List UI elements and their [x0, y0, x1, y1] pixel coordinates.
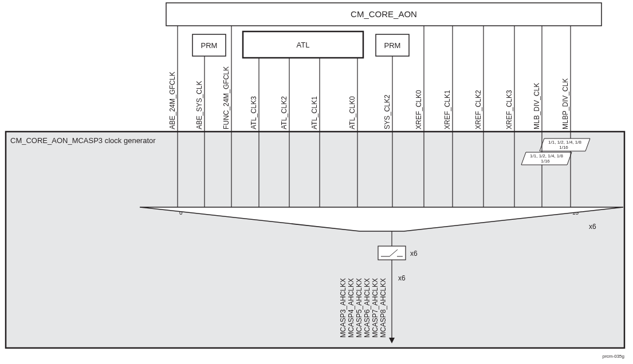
input-label: ATL_CLK3 [250, 96, 258, 129]
footer-id: prcm-035g [603, 354, 624, 359]
output-x6: x6 [398, 274, 406, 282]
input-label: MLB_DIV_CLK [533, 83, 541, 129]
divider-bottom-l1: 1/1, 1/2, 1/4, 1/8 [530, 153, 563, 159]
divider-bottom-l2: 1/16 [541, 159, 550, 164]
prm-left-label: PRM [201, 41, 218, 50]
output-label: MCASP8_AHCLKX [379, 278, 387, 338]
output-label: MCASP5_AHCLKX [355, 278, 363, 338]
switch-x6: x6 [410, 250, 418, 258]
input-label: XREF_CLK1 [443, 90, 451, 129]
input-label: SYS_CLK2 [383, 94, 391, 129]
switch-box [378, 246, 406, 260]
input-label: ATL_CLK1 [310, 96, 319, 129]
input-label: XREF_CLK0 [415, 90, 423, 129]
output-label: MCASP6_AHCLKX [363, 278, 371, 338]
prm-right-label: PRM [384, 41, 401, 50]
cm-core-aon-label: CM_CORE_AON [351, 9, 417, 19]
input-label: XREF_CLK3 [505, 90, 513, 129]
divider-top-l2: 1/16 [559, 145, 568, 150]
input-label: XREF_CLK2 [474, 90, 482, 129]
output-label: MCASP7_AHCLKX [371, 278, 379, 338]
input-label: ATL_CLK0 [348, 96, 356, 129]
input-label: ATL_CLK2 [280, 96, 288, 129]
mux-x6-right: x6 [589, 223, 596, 231]
output-label: MCASP3_AHCLKX [339, 278, 347, 338]
input-label: MLBP_DIV_CLK [561, 78, 569, 129]
atl-label: ATL [297, 41, 310, 49]
input-label: ABE_24M_GFCLK [168, 72, 176, 129]
input-label: ABE_SYS_CLK [195, 81, 203, 129]
divider-top-l1: 1/1, 1/2, 1/4, 1/8 [548, 140, 581, 145]
generator-label: CM_CORE_AON_MCASP3 clock generator [10, 136, 156, 145]
input-label: FUNC_24M_GFCLK [222, 66, 230, 129]
output-label: MCASP4_AHCLKX [347, 278, 355, 338]
